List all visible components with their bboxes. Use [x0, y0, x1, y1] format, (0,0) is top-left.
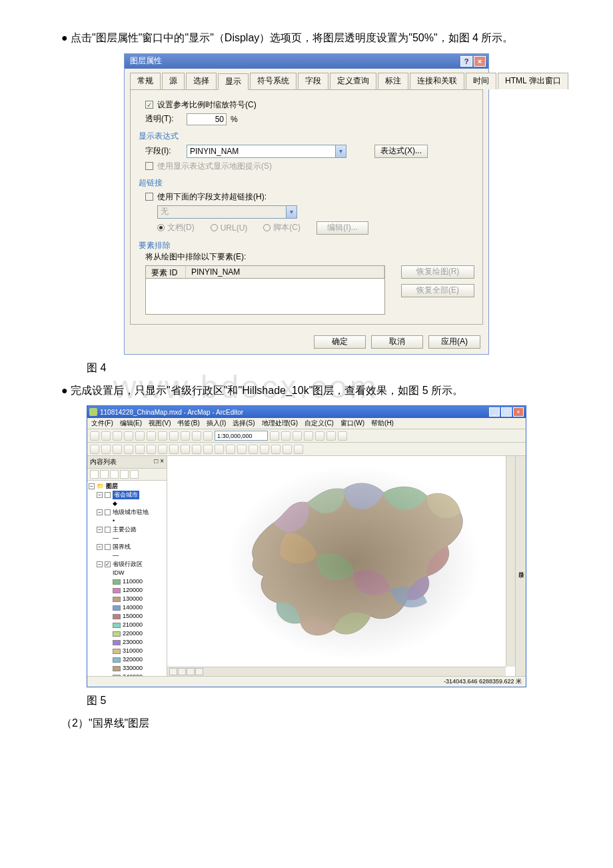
search-icon[interactable]: [304, 431, 313, 441]
tab-defquery[interactable]: 定义查询: [330, 73, 376, 89]
fixed-zoom-in-icon[interactable]: [135, 445, 145, 454]
scale-symbols-checkbox[interactable]: ✓: [145, 101, 153, 109]
layers-root[interactable]: 图层: [106, 482, 118, 491]
catalog-icon[interactable]: [293, 431, 302, 441]
help-icon[interactable]: [338, 431, 347, 441]
model-icon[interactable]: [326, 431, 336, 441]
add-data-icon[interactable]: [203, 431, 213, 441]
clear-selection-icon[interactable]: [192, 445, 201, 454]
print-icon[interactable]: [124, 431, 133, 441]
menu-geoprocessing[interactable]: 地理处理(G): [262, 419, 298, 428]
copy-icon[interactable]: [147, 431, 156, 441]
options-icon[interactable]: [130, 470, 139, 479]
collapse-icon[interactable]: −: [97, 544, 103, 550]
transparency-input[interactable]: 50: [187, 113, 227, 125]
ok-button[interactable]: 确定: [314, 335, 366, 349]
back-icon[interactable]: [158, 445, 167, 454]
html-popup-icon[interactable]: [237, 445, 247, 454]
layer-border[interactable]: 国界线: [113, 543, 131, 551]
menu-help[interactable]: 帮助(H): [371, 419, 394, 428]
new-icon[interactable]: [90, 431, 99, 441]
radio-script[interactable]: [263, 224, 271, 231]
radio-document[interactable]: [157, 224, 165, 231]
collapse-icon[interactable]: −: [97, 509, 103, 515]
dialog-titlebar[interactable]: 图层属性 ? ×: [125, 54, 488, 69]
collapse-icon[interactable]: −: [97, 561, 103, 567]
tab-joins[interactable]: 连接和关联: [410, 73, 464, 89]
layer-province[interactable]: 省级行政区: [113, 560, 143, 569]
tab-time[interactable]: 时间: [466, 73, 496, 89]
menu-bookmarks[interactable]: 书签(B): [177, 419, 199, 428]
editor-icon[interactable]: [270, 431, 279, 441]
collapse-icon[interactable]: −: [89, 483, 95, 489]
layer-checkbox[interactable]: [105, 544, 111, 550]
maximize-button[interactable]: □: [501, 407, 512, 417]
go-to-xy-icon[interactable]: [283, 445, 292, 454]
field-select[interactable]: PINYIN_NAM ▾: [187, 145, 346, 158]
measure-icon[interactable]: [249, 445, 258, 454]
list-by-drawing-icon[interactable]: [90, 470, 99, 479]
undo-icon[interactable]: [181, 431, 190, 441]
tab-html[interactable]: HTML 弹出窗口: [498, 73, 568, 89]
menu-windows[interactable]: 窗口(W): [340, 419, 364, 428]
layout-view-icon[interactable]: [178, 668, 186, 675]
save-icon[interactable]: [113, 431, 122, 441]
window-close-button[interactable]: ×: [513, 407, 524, 417]
expression-button[interactable]: 表达式(X)...: [374, 145, 428, 158]
use-expression-checkbox[interactable]: [145, 162, 153, 170]
redo-icon[interactable]: [192, 431, 201, 441]
hyperlink-field-select[interactable]: 无 ▾: [157, 205, 297, 219]
layer-land[interactable]: 地级城市驻地: [113, 508, 149, 517]
delete-icon[interactable]: [169, 431, 179, 441]
layer-road[interactable]: 主要公路: [113, 525, 137, 534]
time-slider-icon[interactable]: [294, 445, 303, 454]
list-by-source-icon[interactable]: [100, 470, 109, 479]
minimize-button[interactable]: _: [489, 407, 500, 417]
hyperlink-icon[interactable]: [226, 445, 235, 454]
help-button[interactable]: ?: [460, 56, 472, 67]
close-button[interactable]: ×: [474, 56, 486, 67]
tab-display[interactable]: 显示: [218, 73, 249, 90]
layer-checkbox[interactable]: [105, 509, 111, 515]
restore-draw-button[interactable]: 恢复绘图(R): [401, 265, 474, 279]
tab-labels[interactable]: 标注: [378, 73, 408, 89]
refresh-icon[interactable]: [187, 668, 195, 675]
scale-input[interactable]: 1:30,000,000: [215, 431, 268, 441]
layer-checkbox[interactable]: [105, 527, 111, 533]
find-route-icon[interactable]: [271, 445, 281, 454]
tab-source[interactable]: 源: [162, 73, 185, 89]
cut-icon[interactable]: [135, 431, 145, 441]
python-icon[interactable]: [315, 431, 324, 441]
toolbox-icon[interactable]: [281, 431, 291, 441]
layer-checkbox[interactable]: [105, 492, 111, 498]
zoom-in-icon[interactable]: [90, 445, 99, 454]
find-icon[interactable]: [260, 445, 269, 454]
list-by-selection-icon[interactable]: [120, 470, 129, 479]
menu-file[interactable]: 文件(F): [91, 419, 113, 428]
menu-customize[interactable]: 自定义(C): [305, 419, 334, 428]
tab-general[interactable]: 常规: [130, 73, 161, 89]
tab-fields[interactable]: 字段: [298, 73, 328, 89]
exclude-table-body[interactable]: [145, 279, 385, 315]
layer-city[interactable]: 省会城市: [113, 491, 139, 499]
pan-icon[interactable]: [113, 445, 122, 454]
tab-symbology[interactable]: 符号系统: [250, 73, 297, 89]
pause-icon[interactable]: [195, 668, 203, 675]
zoom-out-icon[interactable]: [101, 445, 111, 454]
menu-insert[interactable]: 插入(I): [207, 419, 226, 428]
open-icon[interactable]: [101, 431, 111, 441]
arcmap-titlebar[interactable]: 110814228_ChinaMap.mxd - ArcMap - ArcEdi…: [87, 406, 526, 418]
layer-checkbox[interactable]: ✓: [105, 561, 111, 567]
hyperlink-checkbox[interactable]: [145, 193, 153, 201]
full-extent-icon[interactable]: [124, 445, 133, 454]
tab-selection[interactable]: 选择: [186, 73, 217, 89]
menu-selection[interactable]: 选择(S): [233, 419, 255, 428]
horizontal-scrollbar[interactable]: [167, 667, 506, 676]
menu-view[interactable]: 视图(V): [149, 419, 171, 428]
cancel-button[interactable]: 取消: [371, 335, 423, 349]
toc-close[interactable]: □ ×: [154, 457, 164, 467]
identify-icon[interactable]: [215, 445, 224, 454]
select-elements-icon[interactable]: [203, 445, 213, 454]
map-view[interactable]: [167, 456, 515, 676]
select-features-icon[interactable]: [181, 445, 190, 454]
